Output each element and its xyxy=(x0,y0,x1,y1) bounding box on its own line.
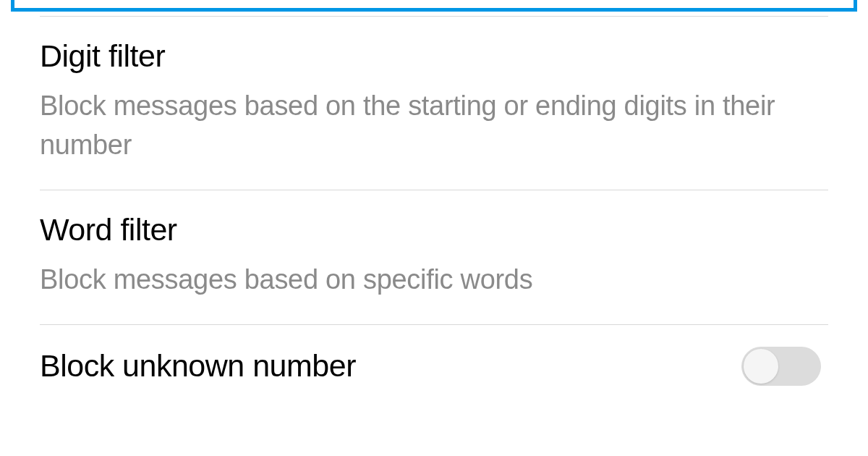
toggle-knob xyxy=(744,349,778,384)
toggle-block-unknown[interactable] xyxy=(741,347,821,386)
setting-block-unknown[interactable]: Block unknown number xyxy=(0,325,868,386)
setting-word-filter[interactable]: Word filter Block messages based on spec… xyxy=(0,190,868,324)
settings-list: Digit filter Block messages based on the… xyxy=(0,0,868,386)
setting-title: Word filter xyxy=(40,212,828,248)
setting-title: Digit filter xyxy=(40,38,828,74)
setting-title: Block unknown number xyxy=(40,348,356,384)
setting-description: Block messages based on the starting or … xyxy=(40,87,828,165)
setting-description: Block messages based on specific words xyxy=(40,261,828,300)
selection-highlight-box xyxy=(11,0,857,12)
setting-digit-filter[interactable]: Digit filter Block messages based on the… xyxy=(0,17,868,190)
